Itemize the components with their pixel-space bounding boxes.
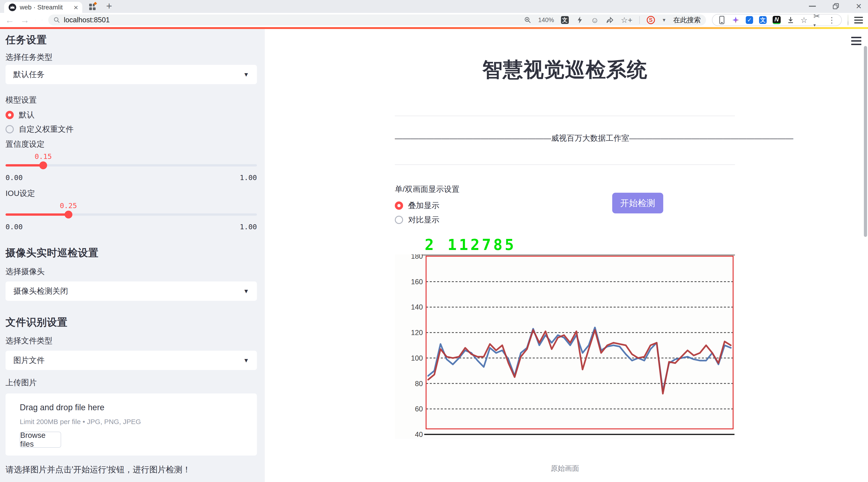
svg-text:120: 120 bbox=[411, 329, 423, 337]
slider-min: 0.00 bbox=[5, 173, 23, 182]
iou-label: IOU设定 bbox=[5, 188, 257, 199]
model-radio-group: 默认 自定义权重文件 bbox=[5, 109, 257, 135]
streamlit-decoration-bar bbox=[0, 27, 868, 29]
extensions-pill: ✓ 文 N ☆ ✂▾ ⋮ bbox=[712, 14, 842, 26]
slider-value: 0.15 bbox=[35, 152, 52, 160]
scissors-icon[interactable]: ✂▾ bbox=[813, 12, 822, 28]
task-type-select[interactable]: 默认任务 ▼ bbox=[5, 65, 257, 84]
task-type-value: 默认任务 bbox=[13, 69, 44, 80]
upload-label: 上传图片 bbox=[5, 378, 257, 388]
slider-min: 0.00 bbox=[5, 222, 23, 231]
translate-ext-icon[interactable]: 文 bbox=[759, 16, 767, 24]
file-type-label: 选择文件类型 bbox=[5, 335, 257, 346]
sidebar-section-task-title: 任务设置 bbox=[5, 33, 257, 47]
share-icon[interactable] bbox=[606, 16, 614, 24]
translate-icon[interactable]: 文 bbox=[561, 16, 569, 24]
slider-value: 0.25 bbox=[60, 202, 77, 210]
page-scrollbar[interactable] bbox=[864, 46, 867, 237]
window-controls: × bbox=[809, 3, 862, 9]
svg-text:100: 100 bbox=[411, 354, 423, 362]
url-bar[interactable]: localhost:8501 140% 文 ☺ ☆+ S ▼ 在此搜索 bbox=[48, 14, 706, 26]
svg-text:180: 180 bbox=[411, 254, 423, 260]
tab-groups-icon[interactable] bbox=[89, 3, 96, 10]
chart-overlay-number: 2 112785 bbox=[425, 236, 516, 254]
radio-model-custom[interactable]: 自定义权重文件 bbox=[5, 123, 257, 135]
zoom-icon[interactable] bbox=[524, 16, 531, 24]
iou-slider[interactable]: 0.25 0.00 1.00 bbox=[5, 202, 257, 229]
sparkle-icon[interactable] bbox=[732, 16, 740, 24]
camera-select[interactable]: 摄像头检测关闭 ▼ bbox=[5, 281, 257, 301]
url-text[interactable]: localhost:8501 bbox=[64, 16, 520, 24]
svg-text:80: 80 bbox=[415, 380, 423, 388]
page-title: 智慧视觉巡检系统 bbox=[395, 56, 735, 84]
app-menu-icon[interactable] bbox=[851, 37, 861, 45]
tab-title: web · Streamlit bbox=[20, 4, 70, 11]
radio-dot bbox=[395, 202, 403, 210]
slider-thumb[interactable] bbox=[39, 161, 47, 169]
slider-max: 1.00 bbox=[240, 173, 257, 182]
new-tab-button[interactable]: + bbox=[106, 1, 112, 11]
display-mode-radio-group: 叠加显示 对比显示 bbox=[395, 200, 439, 226]
sidebar-hint: 请选择图片并点击'开始运行'按钮，进行图片检测！ bbox=[5, 464, 257, 475]
start-detection-button[interactable]: 开始检测 bbox=[612, 193, 663, 213]
svg-text:160: 160 bbox=[411, 278, 423, 286]
svg-text:60: 60 bbox=[415, 405, 423, 413]
browser-tab[interactable]: web · Streamlit × bbox=[4, 2, 82, 13]
reader-smiley-icon[interactable]: ☺ bbox=[591, 16, 599, 24]
divider bbox=[395, 116, 735, 116]
chevron-down-icon: ▼ bbox=[243, 288, 249, 295]
n-logo-icon[interactable]: N bbox=[773, 16, 781, 24]
lightning-icon[interactable] bbox=[576, 16, 584, 24]
check-badge-icon[interactable]: ✓ bbox=[746, 16, 753, 24]
radio-compare-display[interactable]: 对比显示 bbox=[395, 214, 439, 226]
slider-thumb[interactable] bbox=[65, 211, 72, 218]
sidebar-section-camera-title: 摄像头实时巡检设置 bbox=[5, 246, 257, 260]
back-icon[interactable]: ← bbox=[5, 16, 14, 25]
chevron-down-icon: ▼ bbox=[243, 357, 249, 364]
star-icon[interactable]: ☆ bbox=[800, 16, 807, 24]
kebab-menu-icon[interactable]: ⋮ bbox=[828, 16, 836, 24]
reload-icon[interactable] bbox=[35, 16, 36, 24]
browser-toolbar: ← → localhost:8501 140% 文 ☺ bbox=[0, 13, 868, 27]
radio-label: 默认 bbox=[19, 110, 34, 120]
slider-fill bbox=[5, 164, 43, 167]
radio-label: 对比显示 bbox=[408, 215, 439, 225]
s-search-logo-icon[interactable]: S bbox=[647, 16, 655, 24]
file-dropzone[interactable]: Drag and drop file here Limit 200MB per … bbox=[5, 393, 257, 456]
bookmark-add-icon[interactable]: ☆+ bbox=[621, 16, 632, 24]
file-type-select[interactable]: 图片文件 ▼ bbox=[5, 351, 257, 370]
profile-avatar[interactable] bbox=[848, 14, 848, 26]
phone-icon[interactable] bbox=[718, 16, 726, 24]
radio-overlay-display[interactable]: 叠加显示 bbox=[395, 200, 439, 212]
browse-files-button[interactable]: Browse files bbox=[20, 432, 61, 448]
download-icon[interactable] bbox=[787, 16, 795, 24]
radio-dot bbox=[5, 125, 14, 133]
close-icon[interactable]: × bbox=[856, 3, 862, 9]
tab-close-icon[interactable]: × bbox=[73, 3, 78, 11]
display-mode-label: 单/双画面显示设置 bbox=[395, 184, 459, 194]
search-icon bbox=[53, 17, 60, 24]
model-settings-label: 模型设置 bbox=[5, 95, 257, 105]
forward-icon[interactable]: → bbox=[20, 16, 29, 25]
sidebar-section-file-title: 文件识别设置 bbox=[5, 315, 257, 329]
minimize-icon[interactable] bbox=[809, 6, 816, 7]
camera-value: 摄像头检测关闭 bbox=[13, 286, 68, 296]
streamlit-favicon bbox=[8, 3, 17, 11]
radio-dot bbox=[5, 111, 14, 119]
radio-label: 自定义权重文件 bbox=[19, 124, 73, 134]
browser-menu-icon[interactable] bbox=[854, 17, 863, 24]
search-here-label[interactable]: 在此搜索 bbox=[673, 16, 701, 25]
confidence-slider[interactable]: 0.15 0.00 1.00 bbox=[5, 152, 257, 180]
task-type-label: 选择任务类型 bbox=[5, 52, 257, 63]
radio-model-default[interactable]: 默认 bbox=[5, 109, 257, 121]
streamlit-app: 任务设置 选择任务类型 默认任务 ▼ 模型设置 默认 自定义权重文件 置信度设定… bbox=[0, 29, 868, 482]
restore-icon[interactable] bbox=[833, 3, 839, 9]
svg-text:140: 140 bbox=[411, 303, 423, 311]
dropzone-note: Limit 200MB per file • JPG, PNG, JPEG bbox=[20, 418, 243, 426]
radio-dot bbox=[395, 216, 403, 224]
caret-down-icon[interactable]: ▼ bbox=[662, 18, 666, 23]
sidebar: 任务设置 选择任务类型 默认任务 ▼ 模型设置 默认 自定义权重文件 置信度设定… bbox=[0, 29, 265, 482]
home-icon[interactable] bbox=[42, 16, 42, 24]
svg-text:40: 40 bbox=[415, 430, 423, 439]
browser-tab-strip: web · Streamlit × + × bbox=[0, 0, 868, 13]
